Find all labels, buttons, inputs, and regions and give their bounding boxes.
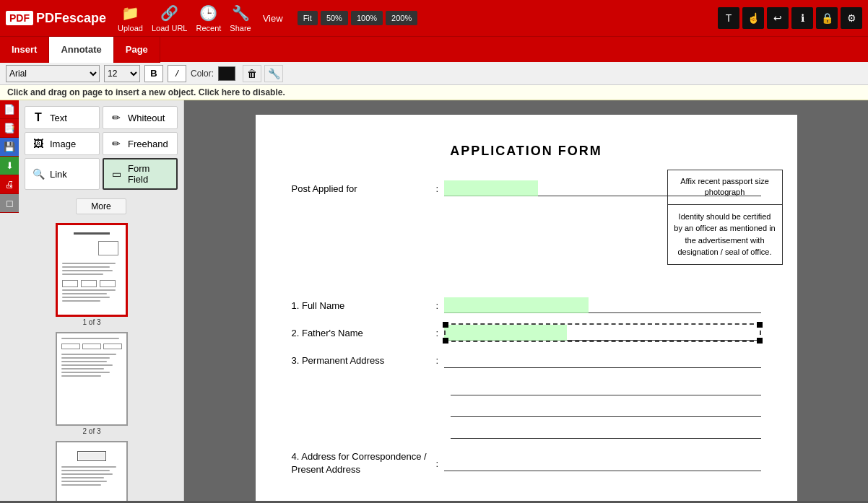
pdf-area: APPLICATION FORM Post Applied for : Affi… — [184, 100, 868, 501]
right-icons: T ☝ ↩ ℹ 🔒 ⚙ — [718, 7, 862, 29]
thumb-line-4 — [62, 274, 103, 275]
info-icon[interactable]: ℹ — [791, 7, 813, 29]
hint-link[interactable]: Click here to disable. — [199, 87, 285, 97]
thumb-line-2 — [62, 266, 110, 268]
thumb2-cell-2 — [82, 344, 101, 349]
top-toolbar: PDF PDFescape 📁 Upload 🔗 Load URL 🕒 Rece… — [0, 0, 868, 36]
hint-text: Click and drag on page to insert a new o… — [7, 87, 199, 97]
thumb-table-cell-3 — [100, 280, 116, 287]
thumb3-inner — [79, 452, 105, 460]
thumb-line-7 — [62, 297, 110, 298]
delete-button[interactable]: 🗑 — [243, 65, 261, 82]
permanent-address-colon: : — [436, 355, 439, 366]
permanent-address-label: 3. Permanent Address — [292, 355, 436, 366]
thumb2-line-1 — [61, 338, 119, 339]
link-tool[interactable]: 🔍 Link — [25, 158, 100, 190]
fathers-name-colon: : — [436, 328, 439, 338]
correspondence-field-wrapper — [444, 455, 760, 471]
font-select[interactable]: Arial Times New Roman Courier New — [6, 65, 100, 82]
pointer-icon[interactable]: ☝ — [742, 7, 764, 29]
post-applied-label: Post Applied for — [292, 183, 436, 194]
left-icon-save[interactable]: 💾 — [0, 138, 19, 157]
whiteout-tool[interactable]: ✏ Whiteout — [103, 106, 178, 129]
left-icon-download[interactable]: ⬇ — [0, 157, 19, 175]
logo-icon: PDF — [6, 11, 33, 25]
load-url-tool[interactable]: 🔗 Load URL — [152, 4, 188, 32]
app-logo: PDF PDFescape — [6, 11, 106, 26]
hint-bar: Click and drag on page to insert a new o… — [0, 85, 868, 100]
thumb3-box — [77, 451, 106, 461]
freehand-tool-label: Freehand — [128, 139, 168, 149]
text-cursor-icon[interactable]: T — [718, 7, 739, 29]
undo-icon[interactable]: ↩ — [767, 7, 789, 29]
load-url-label: Load URL — [152, 24, 188, 32]
text-tool[interactable]: T Text — [25, 106, 100, 129]
tab-annotate[interactable]: Annotate — [49, 37, 113, 63]
thumb-header-1 — [74, 232, 109, 235]
thumbnails-panel: 1 of 3 — [0, 217, 183, 501]
lock-icon[interactable]: 🔒 — [816, 7, 838, 29]
zoom-100-button[interactable]: 100% — [351, 11, 383, 25]
passport-box-bottom: Identity should be certified by an offic… — [668, 205, 782, 264]
left-icon-1[interactable]: 📄 — [0, 100, 19, 119]
thumbnail-1[interactable]: 1 of 3 — [56, 223, 128, 326]
settings-icon[interactable]: ⚙ — [841, 7, 862, 29]
left-icon-2[interactable]: 📑 — [0, 119, 19, 138]
form-field-tool[interactable]: ▭ Form Field — [103, 158, 178, 190]
zoom-200-button[interactable]: 200% — [386, 11, 417, 25]
freehand-tool[interactable]: ✏ Freehand — [103, 132, 178, 155]
thumb-page-1[interactable] — [56, 223, 128, 317]
upload-tool[interactable]: 📁 Upload — [118, 4, 143, 32]
thumb-table-cell-2 — [81, 280, 97, 287]
logo-text: PDFescape — [36, 11, 106, 26]
font-size-select[interactable]: 12 10 14 16 18 — [104, 65, 140, 82]
color-picker[interactable] — [218, 66, 235, 81]
upload-group: 📁 Upload 🔗 Load URL 🕒 Recent 🔧 Share — [118, 4, 251, 32]
left-icon-misc[interactable]: ◻ — [0, 194, 19, 213]
italic-button[interactable]: / — [168, 65, 186, 82]
fathers-name-field-line — [444, 325, 760, 341]
image-tool-label: Image — [50, 139, 76, 149]
thumb3-line-3 — [61, 473, 113, 475]
sidebar: 📄 📑 💾 ⬇ 🖨 ◻ T Text ✏ Whiteout — [0, 100, 184, 501]
thumb3-line-1 — [61, 466, 116, 468]
tab-insert[interactable]: Insert — [0, 37, 49, 63]
thumb2-line-8 — [61, 375, 101, 377]
share-label: Share — [230, 24, 251, 32]
thumb2-cell-1 — [61, 344, 80, 349]
thumb-page-3[interactable] — [56, 441, 128, 501]
post-applied-row: Post Applied for : Affix recent passport… — [292, 180, 761, 196]
thumb2-line-5 — [61, 364, 113, 366]
whiteout-tool-label: Whiteout — [128, 113, 165, 123]
form-field-tool-label: Form Field — [128, 163, 170, 185]
thumb2-line-2 — [61, 354, 116, 355]
thumb-page-2[interactable] — [56, 332, 128, 426]
tab-page[interactable]: Page — [114, 37, 160, 63]
image-tool-icon: 🖼 — [31, 136, 45, 151]
upload-icon: 📁 — [120, 4, 140, 22]
more-button[interactable]: More — [76, 198, 126, 214]
thumb3-line-4 — [61, 477, 104, 478]
recent-tool[interactable]: 🕒 Recent — [196, 4, 221, 32]
share-tool[interactable]: 🔧 Share — [230, 4, 251, 32]
thumb-line-6 — [62, 293, 107, 294]
thumbnail-3[interactable]: 3 of 3 — [56, 441, 128, 501]
image-tool[interactable]: 🖼 Image — [25, 132, 100, 155]
left-icon-print[interactable]: 🖨 — [0, 175, 19, 194]
tab-bar: Insert Annotate Page — [0, 36, 868, 62]
permanent-address-row: 3. Permanent Address : — [292, 352, 761, 368]
full-name-field-line — [444, 297, 760, 313]
fit-button[interactable]: Fit — [298, 11, 318, 25]
address-extra-lines — [451, 380, 761, 439]
thumb-line-3 — [62, 270, 113, 271]
bold-button[interactable]: B — [144, 65, 163, 82]
fathers-name-row: 2. Father's Name : — [292, 325, 761, 341]
pdf-page: APPLICATION FORM Post Applied for : Affi… — [256, 115, 797, 501]
thumbnail-2[interactable]: 2 of 3 — [56, 332, 128, 435]
settings-button[interactable]: 🔧 — [264, 65, 283, 82]
thumb3-line-2 — [61, 470, 110, 471]
zoom-50-button[interactable]: 50% — [321, 11, 348, 25]
color-label: Color: — [191, 69, 214, 79]
link-tool-label: Link — [50, 169, 67, 180]
thumb-line-8 — [62, 300, 100, 302]
